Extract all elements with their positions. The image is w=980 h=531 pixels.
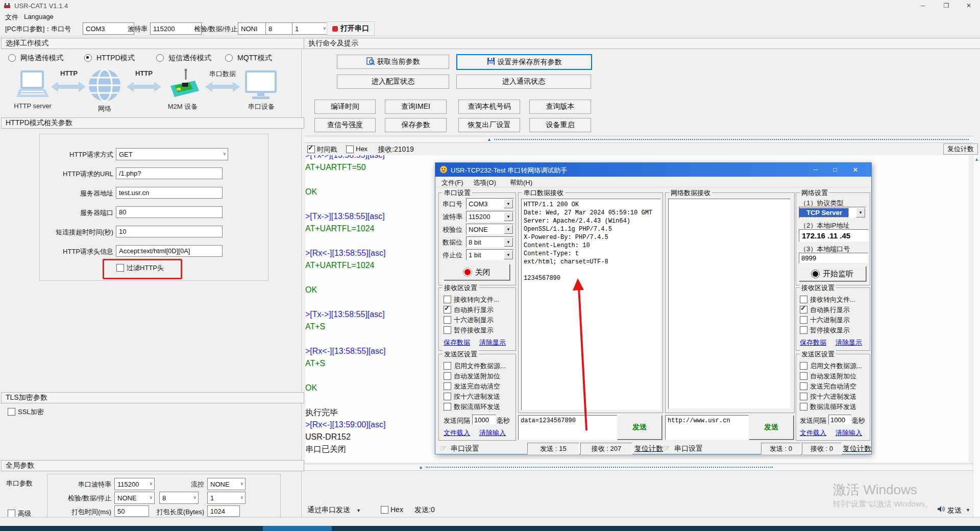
hex-checkbox[interactable]: [346, 146, 354, 153]
hex-display-label[interactable]: 十六进制显示: [454, 316, 494, 325]
auto-wrap-label[interactable]: 自动换行显示: [454, 305, 494, 315]
query-number-button[interactable]: 查询本机号码: [458, 100, 520, 114]
radio-mqtt-mode[interactable]: [225, 54, 233, 62]
clear-input-link[interactable]: 清除输入: [479, 428, 506, 438]
global-parity-select[interactable]: NONE∨: [114, 492, 155, 504]
query-signal-button[interactable]: 查信号强度: [314, 118, 376, 132]
file-data-source-checkbox[interactable]: [444, 362, 451, 370]
load-file-link[interactable]: 文件载入: [800, 428, 826, 438]
bottom-send-button[interactable]: 发送: [947, 506, 962, 515]
tcp232-menu-options[interactable]: 选项(O): [473, 178, 496, 187]
local-port-field[interactable]: 8999: [799, 253, 868, 263]
global-stopbits-select[interactable]: 1∨: [207, 492, 246, 504]
file-data-source-checkbox[interactable]: [800, 362, 807, 370]
file-data-source-label[interactable]: 启用文件数据源...: [454, 361, 506, 371]
vertical-scrollbar[interactable]: ▲: [973, 155, 980, 517]
flow-control-select[interactable]: NONE∨: [207, 478, 246, 490]
section-header-global[interactable]: 全局参数: [1, 460, 304, 471]
file-data-source-label[interactable]: 启用文件数据源...: [810, 361, 862, 371]
splitter-arrow-icon[interactable]: ▲: [419, 465, 423, 470]
send-as-hex-checkbox[interactable]: [444, 393, 451, 400]
menu-file[interactable]: 文件: [5, 13, 18, 22]
pause-recv-label[interactable]: 暂停接收显示: [810, 326, 850, 335]
get-params-button[interactable]: 获取当前参数: [337, 55, 449, 69]
section-header-tls[interactable]: TLS加密参数: [1, 392, 304, 403]
section-header-httpd-params[interactable]: HTTPD模式相关参数: [1, 117, 304, 129]
radio-label-httpd-mode[interactable]: HTTPD模式: [96, 54, 135, 63]
device-restart-button[interactable]: 设备重启: [529, 118, 591, 132]
http-url-input[interactable]: /1.php?: [116, 167, 223, 179]
reset-counter-button[interactable]: 复位计数: [943, 143, 978, 155]
auto-wrap-checkbox[interactable]: ✓: [800, 306, 807, 313]
tcp232-maximize-button[interactable]: □: [827, 164, 843, 175]
serial-send-button[interactable]: 发送: [617, 415, 662, 440]
hex-display-label[interactable]: 十六进制显示: [810, 316, 850, 325]
radio-httpd-mode[interactable]: [84, 54, 92, 62]
section-header-commands[interactable]: 执行命令及提示: [304, 38, 980, 49]
serial-reset-counter-link[interactable]: 复位计数: [634, 444, 663, 453]
serial-config-status[interactable]: 串口设置: [451, 444, 479, 453]
hex-display-checkbox[interactable]: [800, 316, 807, 324]
chevron-down-icon[interactable]: ▼: [966, 508, 970, 513]
clear-display-link[interactable]: 清除显示: [479, 338, 506, 347]
filter-http-label[interactable]: 过滤HTTP头: [127, 263, 164, 273]
auto-append-checkbox[interactable]: [444, 372, 451, 380]
tcp232-stopbits-select[interactable]: 1 bit▼: [466, 249, 514, 260]
query-imei-button[interactable]: 查询IMEI: [385, 100, 447, 114]
send-as-hex-checkbox[interactable]: [800, 393, 807, 400]
advanced-checkbox[interactable]: [8, 510, 15, 517]
loop-send-label[interactable]: 数据流循环发送: [454, 402, 500, 412]
enter-config-button[interactable]: 进入配置状态: [337, 75, 449, 89]
minimize-button[interactable]: ─: [912, 0, 934, 11]
pause-recv-label[interactable]: 暂停接收显示: [454, 326, 494, 335]
radio-sms-passthrough[interactable]: [156, 54, 164, 62]
clear-display-link[interactable]: 清除显示: [836, 338, 862, 347]
clear-after-send-checkbox[interactable]: [444, 382, 451, 390]
hex-display-checkbox[interactable]: [444, 316, 451, 324]
recv-to-file-checkbox[interactable]: [800, 296, 807, 303]
tcp232-menu-help[interactable]: 帮助(H): [510, 178, 532, 187]
tcp232-minimize-button[interactable]: ─: [808, 164, 823, 175]
dropdown-arrow-icon[interactable]: ▼: [504, 212, 513, 221]
recv-to-file-label[interactable]: 接收转向文件...: [810, 295, 855, 304]
ssl-checkbox[interactable]: [8, 408, 15, 416]
tcp232-baud-select[interactable]: 115200▼: [466, 211, 514, 222]
enter-comm-button[interactable]: 进入通讯状态: [456, 75, 591, 89]
section-header-work-mode[interactable]: 选择工作模式: [1, 38, 304, 49]
send-as-hex-label[interactable]: 按十六进制发送: [810, 392, 856, 401]
stopbits-select[interactable]: 1∨: [292, 22, 328, 35]
dropdown-arrow-icon[interactable]: ▼: [856, 208, 865, 218]
query-version-button[interactable]: 查询版本: [529, 100, 591, 114]
close-port-button[interactable]: 关闭: [444, 264, 510, 280]
tcp232-close-button[interactable]: ✕: [848, 164, 863, 175]
clear-after-send-label[interactable]: 发送完自动清空: [810, 382, 856, 391]
set-save-params-button[interactable]: 设置并保存所有参数: [456, 54, 592, 70]
recv-to-file-checkbox[interactable]: [444, 296, 451, 303]
clear-after-send-checkbox[interactable]: [800, 382, 807, 390]
radio-label-mqtt-mode[interactable]: MQTT模式: [237, 54, 272, 63]
serial-config-status-2[interactable]: 串口设置: [674, 444, 703, 453]
send-via-serial-dropdown[interactable]: 通过串口发送 ▼: [307, 505, 361, 515]
serial-recv-textarea[interactable]: HTTP/1.1 200 OK Date: Wed, 27 Mar 2024 0…: [521, 199, 661, 411]
tcp232-parity-select[interactable]: NONE▼: [466, 224, 514, 235]
short-conn-timeout-input[interactable]: 10: [116, 226, 223, 237]
tcp232-databits-select[interactable]: 8 bit▼: [466, 236, 514, 248]
pack-time-input[interactable]: 50: [114, 505, 149, 517]
net-recv-textarea[interactable]: [668, 199, 791, 409]
server-address-input[interactable]: test.usr.cn: [116, 187, 223, 199]
maximize-button[interactable]: ❐: [935, 0, 958, 11]
dropdown-arrow-icon[interactable]: ▼: [504, 250, 513, 259]
splitter-arrow-icon[interactable]: ▲: [487, 137, 492, 142]
http-header-input[interactable]: Accept:text/html[0D][0A]: [116, 245, 223, 257]
radio-label-net-passthrough[interactable]: 网络透传模式: [20, 54, 63, 63]
server-port-input[interactable]: 80: [116, 206, 223, 218]
save-params-button[interactable]: 保存参数: [385, 118, 447, 132]
send-interval-input[interactable]: 1000: [472, 415, 496, 425]
hex-label[interactable]: Hex: [356, 145, 368, 153]
load-file-link[interactable]: 文件载入: [444, 428, 470, 438]
save-data-link[interactable]: 保存数据: [444, 338, 470, 347]
loop-send-checkbox[interactable]: [444, 403, 451, 411]
menu-language[interactable]: Language: [24, 13, 54, 20]
send-interval-input[interactable]: 1000: [828, 415, 851, 425]
ssl-label[interactable]: SSL加密: [18, 407, 44, 417]
